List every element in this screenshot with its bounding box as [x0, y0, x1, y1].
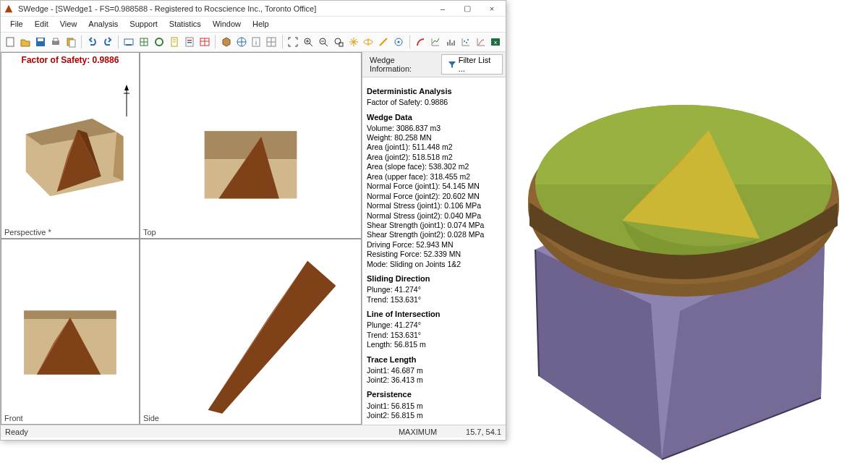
- sliding-heading: Sliding Direction: [367, 273, 501, 284]
- svg-marker-0: [5, 4, 13, 12]
- app-icon: [4, 4, 14, 14]
- svg-rect-44: [454, 41, 455, 46]
- persist-row: Joint2: 56.815 m: [367, 411, 501, 420]
- wedge-row: Shear Strength (joint2): 0.028 MPa: [367, 230, 501, 239]
- svg-text:i: i: [255, 39, 257, 46]
- options-button[interactable]: [392, 35, 406, 49]
- pan-button[interactable]: [346, 35, 360, 49]
- perspective-view-render-icon: [1, 53, 139, 238]
- save-button[interactable]: [34, 35, 48, 49]
- settings-button[interactable]: [168, 35, 182, 49]
- stereonet-plot-button[interactable]: [414, 35, 427, 49]
- info-body[interactable]: Deterministic Analysis Factor of Safety:…: [362, 77, 506, 425]
- menu-file[interactable]: File: [5, 18, 28, 30]
- client-area: Top Factor of Safety: 0.9886: [1, 52, 506, 425]
- svg-rect-42: [449, 40, 451, 46]
- compute-button[interactable]: [122, 35, 136, 49]
- rotate-button[interactable]: [362, 35, 375, 49]
- stereonet-button[interactable]: [234, 35, 248, 49]
- toolbar-separator: [282, 35, 283, 48]
- svg-line-28: [310, 43, 312, 46]
- wedge-row: Weight: 80.258 MN: [367, 133, 501, 143]
- wedge-row: Normal Stress (joint1): 0.106 MPa: [367, 201, 501, 211]
- input-data-button[interactable]: [137, 35, 151, 49]
- toolbar-separator: [81, 35, 82, 48]
- zoom-out-button[interactable]: [316, 35, 330, 49]
- redo-button[interactable]: [101, 35, 114, 49]
- wedge-row: Area (upper face): 318.455 m2: [367, 172, 501, 182]
- svg-point-34: [335, 38, 341, 44]
- external-3d-render: [492, 22, 868, 470]
- svg-rect-3: [38, 38, 43, 41]
- factor-of-safety-header: Factor of Safety: 0.9886: [22, 55, 119, 65]
- svg-point-40: [398, 41, 400, 43]
- status-ready: Ready: [5, 428, 28, 436]
- svg-rect-16: [187, 40, 192, 41]
- maximize-button[interactable]: ▢: [456, 2, 478, 15]
- print-button[interactable]: [49, 35, 63, 49]
- close-button[interactable]: ×: [481, 2, 503, 15]
- chart1-button[interactable]: [428, 35, 442, 49]
- top-view-render-icon: [140, 53, 361, 238]
- measure-button[interactable]: [377, 35, 391, 49]
- open-button[interactable]: [19, 35, 33, 49]
- menu-help[interactable]: Help: [247, 18, 274, 30]
- view-3d-button[interactable]: [219, 35, 233, 49]
- toolbar-separator: [118, 35, 119, 48]
- wedge-row: Volume: 3086.837 m3: [367, 124, 501, 133]
- wedge-row: Shear Strength (joint1): 0.074 MPa: [367, 221, 501, 230]
- window-title: SWedge - [SWedge1 - FS=0.988588 - Regist…: [18, 4, 432, 13]
- menu-statistics[interactable]: Statistics: [164, 18, 206, 30]
- app-window: SWedge - [SWedge1 - FS=0.988588 - Regist…: [0, 0, 506, 441]
- undo-button[interactable]: [85, 35, 99, 49]
- svg-rect-41: [447, 42, 448, 46]
- four-viewports: Top Factor of Safety: 0.9886: [1, 52, 362, 425]
- viewport-front[interactable]: Front: [1, 239, 140, 425]
- wedge-row: Area (joint2): 518.518 m2: [367, 153, 501, 162]
- copy-button[interactable]: [64, 35, 78, 49]
- front-view-render-icon: [1, 239, 139, 425]
- report-button[interactable]: [183, 35, 197, 49]
- viewport-top[interactable]: Top: [140, 52, 362, 239]
- external-3d-render-icon: [492, 22, 868, 470]
- svg-point-46: [466, 42, 467, 43]
- trace-row: Joint2: 36.413 m: [367, 375, 501, 385]
- table-button[interactable]: [197, 35, 211, 49]
- svg-rect-17: [187, 42, 192, 43]
- right-panel: Wedge Information: Filter List ... Deter…: [362, 52, 506, 425]
- zoom-in-button[interactable]: [302, 35, 315, 49]
- menu-view[interactable]: View: [55, 18, 82, 30]
- analysis-button[interactable]: [153, 35, 166, 49]
- grid-button[interactable]: [265, 35, 278, 49]
- new-button[interactable]: [4, 35, 17, 49]
- svg-line-32: [325, 43, 328, 46]
- wedge-row: Mode: Sliding on Joints 1&2: [367, 260, 501, 269]
- menu-edit[interactable]: Edit: [30, 18, 54, 30]
- info-button[interactable]: i: [250, 35, 263, 49]
- trace-row: Joint1: 46.687 m: [367, 366, 501, 375]
- zoom-extents-button[interactable]: [286, 35, 300, 49]
- persist-heading: Persistence: [367, 389, 501, 399]
- titlebar[interactable]: SWedge - [SWedge1 - FS=0.988588 - Regist…: [1, 1, 506, 17]
- svg-point-11: [156, 38, 163, 46]
- svg-rect-7: [69, 40, 75, 47]
- wedge-row: Driving Force: 52.943 MN: [367, 240, 501, 250]
- histogram-button[interactable]: [443, 35, 457, 49]
- viewport-top-label: Top: [143, 228, 156, 237]
- wedge-row: Normal Force (joint2): 20.602 MN: [367, 192, 501, 201]
- viewport-side[interactable]: Side: [140, 239, 362, 425]
- scatter-button[interactable]: [459, 35, 472, 49]
- menu-analysis[interactable]: Analysis: [83, 18, 123, 30]
- deterministic-heading: Deterministic Analysis: [367, 86, 501, 96]
- viewport-perspective-label: Perspective *: [4, 228, 51, 237]
- cumulative-button[interactable]: [474, 35, 488, 49]
- filter-list-button-label: Filter List ...: [459, 56, 496, 73]
- menu-window[interactable]: Window: [208, 18, 246, 30]
- viewport-perspective[interactable]: Factor of Safety: 0.9886: [1, 52, 140, 239]
- zoom-window-button[interactable]: [331, 35, 345, 49]
- wedge-heading: Wedge Data: [367, 112, 501, 122]
- minimize-button[interactable]: –: [432, 2, 454, 15]
- status-maximum: MAXIMUM: [399, 428, 437, 436]
- svg-rect-8: [124, 39, 133, 45]
- menu-support[interactable]: Support: [124, 18, 163, 30]
